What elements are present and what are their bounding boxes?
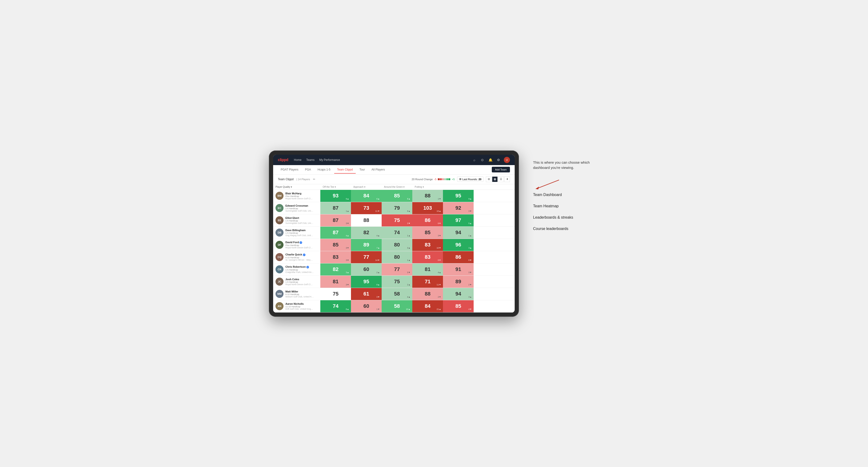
score-putting: 868▼ bbox=[443, 251, 474, 263]
player-row[interactable]: DFDavid Ford✓Plus HandicapRoyal North De… bbox=[273, 239, 515, 251]
player-row[interactable]: EEElliot Ebert1-5 HandicapSunningdale Go… bbox=[273, 214, 515, 227]
score-off_tee: 613▼ bbox=[351, 288, 382, 300]
player-handicap: 6-10 Handicap bbox=[285, 293, 314, 295]
player-row[interactable]: DBDave Billingham1-5 HandicapGog Magog G… bbox=[273, 227, 515, 239]
score-quality: 874▲ bbox=[320, 227, 351, 239]
player-row[interactable]: CQCharlie Quick✓6-10 HandicapSt. George'… bbox=[273, 251, 515, 263]
player-handicap: Plus Handicap bbox=[285, 244, 314, 247]
col-putting[interactable]: Putting ▾ bbox=[412, 184, 443, 190]
avatar[interactable]: U bbox=[504, 157, 510, 163]
score-value: 75 bbox=[394, 279, 400, 285]
col-approach[interactable]: Approach ▾ bbox=[351, 184, 382, 190]
score-change: 6▼ bbox=[438, 222, 441, 224]
search-icon[interactable]: ⌕ bbox=[472, 157, 477, 162]
score-change: 8▼ bbox=[468, 259, 472, 261]
page-wrapper: clippd Home Teams My Performance ⌕ ⊙ 🔔 ⚙… bbox=[269, 151, 599, 317]
grid-view-button[interactable]: ⊞ bbox=[486, 177, 492, 182]
tab-pga[interactable]: PGA bbox=[302, 166, 314, 174]
score-change: 2▼ bbox=[468, 283, 472, 286]
tab-tour[interactable]: Tour bbox=[356, 166, 368, 174]
player-handicap: 1-5 Handicap bbox=[285, 281, 314, 283]
score-value: 85 bbox=[456, 303, 461, 309]
score-change: 3▼ bbox=[346, 259, 349, 261]
player-handicap: 6-10 Handicap bbox=[285, 256, 314, 259]
player-handicap: Plus Handicap bbox=[285, 195, 314, 197]
svg-line-0 bbox=[538, 180, 559, 188]
player-row[interactable]: BMBlair McHargPlus HandicapRoyal North D… bbox=[273, 190, 515, 202]
nav-teams[interactable]: Teams bbox=[306, 157, 314, 162]
svg-marker-1 bbox=[535, 187, 539, 189]
nav-home[interactable]: Home bbox=[294, 157, 302, 162]
annotations: This is where you can choose which dashb… bbox=[533, 151, 599, 237]
score-value: 58 bbox=[394, 303, 400, 309]
score-value: 80 bbox=[394, 254, 400, 260]
score-around_green: 866▼ bbox=[412, 214, 443, 226]
score-value: 83 bbox=[425, 242, 431, 248]
edit-icon[interactable]: ✏ bbox=[313, 178, 315, 181]
player-info: EEElliot Ebert1-5 HandicapSunningdale Go… bbox=[273, 214, 320, 226]
more-view-button[interactable]: ⬇ bbox=[504, 177, 510, 182]
annotation-course-leaderboards: Course leaderboards bbox=[533, 226, 599, 232]
player-row[interactable]: ECEdward Crossman1-5 HandicapSunningdale… bbox=[273, 202, 515, 214]
score-value: 89 bbox=[456, 279, 461, 285]
player-row[interactable]: ANAaron Nicholls11-15 HandicapDrift Golf… bbox=[273, 300, 515, 312]
score-change: 4▲ bbox=[346, 235, 349, 237]
score-value: 77 bbox=[394, 266, 400, 272]
score-change: 10▼ bbox=[437, 247, 441, 249]
score-value: 77 bbox=[364, 254, 369, 260]
score-approach: 801▲ bbox=[382, 251, 412, 263]
heatmap-view-button[interactable]: ▦ bbox=[492, 177, 498, 182]
tab-pgat-players[interactable]: PGAT Players bbox=[278, 166, 301, 174]
score-value: 86 bbox=[425, 217, 431, 223]
score-value: 96 bbox=[456, 242, 461, 248]
score-approach: 753▼ bbox=[382, 214, 412, 226]
settings-icon[interactable]: ⚙ bbox=[496, 157, 501, 162]
col-off-tee[interactable]: Off the Tee ▾ bbox=[320, 184, 351, 190]
score-around_green: 814▲ bbox=[412, 263, 443, 276]
score-value: 85 bbox=[333, 242, 338, 248]
score-off_tee: 7311▼ bbox=[351, 202, 382, 214]
score-approach: 773▼ bbox=[382, 263, 412, 276]
last-rounds-button[interactable]: ⊞ Last Rounds: 20 bbox=[457, 177, 484, 182]
player-club: Royal North Devon Golf Club, United King… bbox=[285, 283, 314, 286]
score-approach: 803▲ bbox=[382, 239, 412, 251]
list-view-button[interactable]: ☰ bbox=[498, 177, 504, 182]
tab-hcaps[interactable]: Hcaps 1-5 bbox=[315, 166, 333, 174]
score-approach: 858▲ bbox=[382, 190, 412, 202]
player-name: Charlie Quick✓ bbox=[285, 253, 314, 256]
score-change: 9▲ bbox=[407, 210, 410, 212]
annotation-description: This is where you can choose which dashb… bbox=[533, 160, 599, 170]
score-change: 3▲ bbox=[468, 296, 472, 298]
logo[interactable]: clippd bbox=[278, 158, 288, 162]
player-row[interactable]: MMMatt Miller6-10 HandicapWoburn Golf Cl… bbox=[273, 288, 515, 300]
player-row[interactable]: JCJosh Coles1-5 HandicapRoyal North Devo… bbox=[273, 276, 515, 288]
score-change: 3▼ bbox=[376, 296, 380, 298]
player-row[interactable]: CRChris Robertson✓1-5 HandicapCraigmilla… bbox=[273, 263, 515, 276]
score-quality: 75 bbox=[320, 288, 351, 300]
col-around-green[interactable]: Around the Green ▾ bbox=[382, 184, 412, 190]
score-change: 5▲ bbox=[468, 222, 472, 224]
nav-my-performance[interactable]: My Performance bbox=[319, 157, 340, 162]
player-club: Sunningdale Golf Club, United Kingdom bbox=[285, 222, 314, 224]
score-value: 71 bbox=[425, 279, 431, 285]
col-player[interactable]: Player Quality ▾ bbox=[273, 184, 320, 190]
score-change: 7▲ bbox=[376, 247, 380, 249]
score-value: 87 bbox=[333, 217, 338, 223]
player-info: JCJosh Coles1-5 HandicapRoyal North Devo… bbox=[273, 276, 320, 288]
score-value: 74 bbox=[333, 303, 338, 309]
score-value: 87 bbox=[333, 229, 338, 236]
score-value: 73 bbox=[364, 205, 369, 211]
tablet-frame: clippd Home Teams My Performance ⌕ ⊙ 🔔 ⚙… bbox=[269, 151, 519, 317]
score-value: 94 bbox=[456, 291, 461, 297]
score-putting: 975▲ bbox=[443, 214, 474, 226]
score-value: 74 bbox=[394, 229, 400, 236]
bell-icon[interactable]: 🔔 bbox=[488, 157, 493, 162]
add-team-button[interactable]: Add Team bbox=[492, 167, 510, 173]
user-icon[interactable]: ⊙ bbox=[480, 157, 485, 162]
tab-all-players[interactable]: All Players bbox=[369, 166, 388, 174]
team-controls: 20 Round Change -5 +5 ⊞ bbox=[318, 177, 510, 182]
top-nav: clippd Home Teams My Performance ⌕ ⊙ 🔔 ⚙… bbox=[273, 155, 515, 165]
score-quality: 833▼ bbox=[320, 251, 351, 263]
tab-team-clippd[interactable]: Team Clippd bbox=[334, 166, 356, 174]
player-info: BMBlair McHargPlus HandicapRoyal North D… bbox=[273, 190, 320, 202]
